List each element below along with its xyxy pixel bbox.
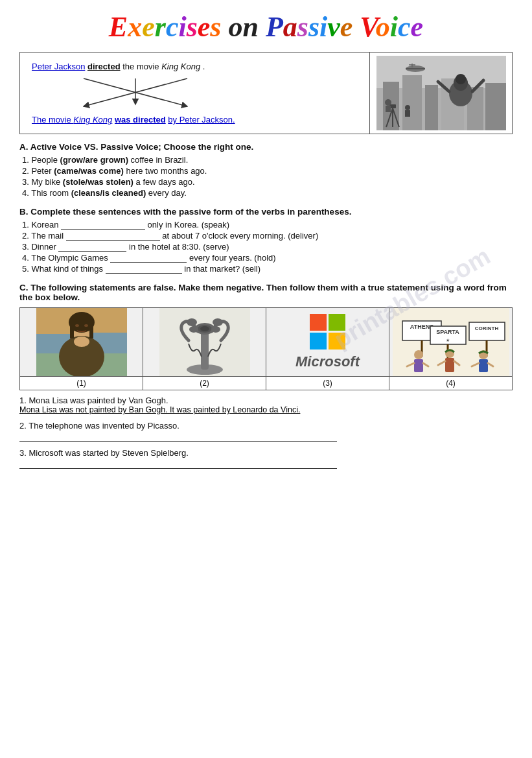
- ms-sq-green: [329, 314, 345, 331]
- mona-lisa-image: [20, 308, 143, 376]
- svg-rect-30: [405, 110, 410, 117]
- microsoft-image: Microsoft: [266, 308, 389, 376]
- section-a-item-4: 4. This room (cleans/is cleaned) every d…: [19, 188, 513, 198]
- statements: 1. Mona Lisa was painted by Van Gogh. Mo…: [19, 396, 513, 469]
- svg-rect-13: [485, 83, 506, 130]
- image-label-1: (1): [20, 376, 143, 390]
- image-cell-4: ATHENS SPARTA ★ CORINTH: [389, 308, 512, 390]
- athens-svg: ATHENS SPARTA ★ CORINTH: [393, 308, 509, 376]
- svg-rect-10: [425, 85, 438, 130]
- svg-point-64: [414, 350, 423, 359]
- stmt-item-3: 3. Microsoft was started by Steven Spiel…: [19, 448, 513, 469]
- svg-rect-45: [201, 331, 209, 370]
- section-c-title: C. The following statements are false. M…: [19, 283, 513, 302]
- svg-point-48: [200, 326, 209, 331]
- stmt-item-1: 1. Mona Lisa was painted by Van Gogh. Mo…: [19, 396, 513, 414]
- intro-right: [369, 53, 512, 134]
- sentence-top: Peter Jackson directed the movie King Ko…: [32, 62, 358, 71]
- stmt-2-text: 2. The telephone was invented by Picasso…: [19, 421, 513, 431]
- stmt-item-2: 2. The telephone was invented by Picasso…: [19, 421, 513, 442]
- svg-rect-9: [402, 75, 422, 130]
- page-title: Exercises on Passive Voice: [19, 12, 513, 43]
- svg-point-37: [74, 337, 89, 347]
- section-b-item-5: 5. What kind of things in that market? (…: [19, 264, 513, 274]
- section-a-title: A. Active Voice VS. Passive Voice; Choos…: [19, 142, 513, 152]
- king-kong-italic: King Kong: [161, 62, 200, 71]
- section-c: C. The following statements are false. M…: [19, 283, 513, 469]
- section-b-item-1: 1. Korean only in Korea. (speak): [19, 220, 513, 230]
- stmt-3-text: 3. Microsoft was started by Steven Spiel…: [19, 448, 513, 458]
- mona-lisa-svg: [36, 308, 127, 376]
- intro-left: Peter Jackson directed the movie King Ko…: [20, 53, 369, 134]
- svg-point-49: [187, 318, 197, 326]
- blank-2: [66, 233, 160, 241]
- microsoft-text: Microsoft: [295, 353, 360, 370]
- stmt-1-answer: Mona Lisa was not painted by Ban Gogh. I…: [19, 405, 513, 414]
- movie-king-kong: The movie King Kong: [32, 115, 112, 124]
- svg-point-42: [84, 324, 88, 327]
- arrow-diagram: [32, 75, 246, 111]
- athens-sparta-image: ATHENS SPARTA ★ CORINTH: [389, 308, 512, 376]
- image-label-4: (4): [389, 376, 512, 390]
- ms-grid: [310, 314, 345, 349]
- image-cell-3: Microsoft (3): [266, 308, 389, 390]
- blank-1: [61, 222, 145, 230]
- ms-sq-red: [310, 314, 327, 331]
- section-a: A. Active Voice VS. Passive Voice; Choos…: [19, 142, 513, 198]
- image-cell-2: (2): [143, 308, 266, 390]
- svg-point-51: [213, 318, 223, 326]
- section-b-title: B. Complete these sentences with the pas…: [19, 207, 513, 217]
- images-row: (1): [19, 307, 513, 390]
- svg-point-27: [385, 99, 391, 106]
- svg-rect-28: [386, 106, 391, 112]
- by-peter: by Peter Jackson.: [168, 115, 235, 124]
- ms-sq-yellow: [329, 333, 345, 349]
- svg-rect-73: [479, 359, 488, 372]
- blank-4: [110, 255, 187, 263]
- image-label-3: (3): [266, 376, 389, 390]
- intro-box: Peter Jackson directed the movie King Ko…: [19, 52, 513, 134]
- telephone-svg: [159, 308, 250, 376]
- section-b-item-4: 4. The Olympic Games every four years. (…: [19, 253, 513, 263]
- stmt-1-text: 1. Mona Lisa was painted by Van Gogh.: [19, 396, 513, 405]
- svg-point-50: [189, 326, 198, 333]
- section-a-item-3: 3. My bike (stole/was stolen) a few days…: [19, 177, 513, 187]
- blank-5: [106, 266, 182, 274]
- svg-point-52: [211, 326, 220, 333]
- svg-text:SPARTA: SPARTA: [436, 329, 459, 335]
- telephone-image: [143, 308, 266, 376]
- section-b-item-2: 2. The mail at about 7 o'clock every mor…: [19, 231, 513, 241]
- microsoft-logo: Microsoft: [295, 314, 360, 370]
- svg-text:★: ★: [446, 338, 450, 342]
- ms-sq-blue: [310, 333, 327, 349]
- svg-text:CORINTH: CORINTH: [474, 326, 498, 331]
- svg-rect-69: [445, 358, 454, 372]
- section-b: B. Complete these sentences with the pas…: [19, 207, 513, 274]
- svg-point-41: [75, 324, 79, 327]
- was-directed: was directed: [115, 115, 166, 124]
- blank-3: [58, 244, 126, 252]
- sentence-bottom: The movie King Kong was directed by Pete…: [32, 115, 358, 124]
- section-b-item-3: 3. Dinner in the hotel at 8:30. (serve): [19, 242, 513, 252]
- directed-word: directed: [87, 62, 121, 71]
- image-label-2: (2): [143, 376, 266, 390]
- svg-rect-40: [89, 322, 93, 338]
- image-cell-1: (1): [20, 308, 143, 390]
- stmt-3-line: [19, 460, 337, 469]
- svg-rect-39: [70, 322, 74, 338]
- peter-jackson-link: Peter Jackson: [32, 62, 85, 71]
- section-a-item-2: 2. Peter (came/was come) here two months…: [19, 166, 513, 176]
- svg-point-16: [456, 74, 466, 84]
- svg-point-29: [405, 105, 410, 110]
- stmt-2-line: [19, 432, 337, 442]
- svg-rect-65: [414, 359, 423, 372]
- section-a-item-1: 1. People (grow/are grown) coffee in Bra…: [19, 155, 513, 165]
- king-kong-illustration: [376, 56, 506, 130]
